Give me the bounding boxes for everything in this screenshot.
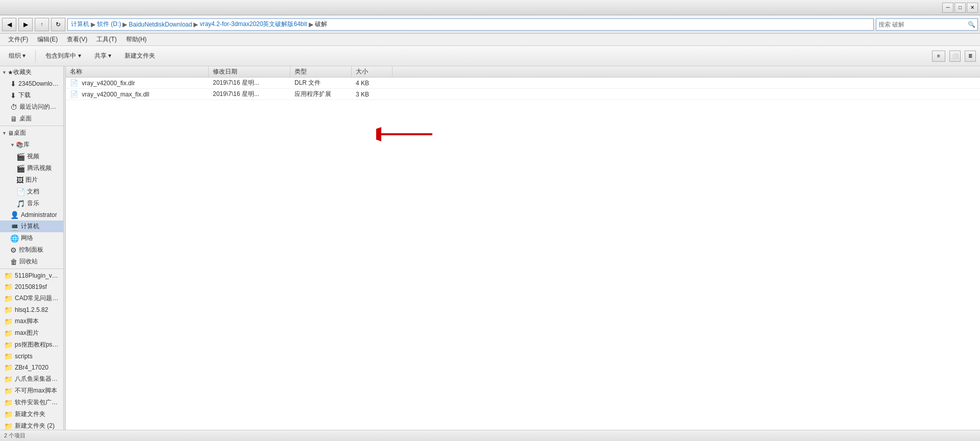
2345-icon: ⬇: [10, 80, 16, 88]
sidebar-item-download[interactable]: ⬇ 下载: [0, 89, 63, 101]
sidebar-item-favorites[interactable]: ▼ ★ 收藏夹: [0, 66, 63, 78]
sidebar-item-administrator[interactable]: 👤 Administrator: [0, 209, 63, 220]
video-icon: 🎬: [16, 153, 25, 161]
library-label: 库: [23, 140, 30, 149]
sidebar-item-bazhanyu[interactable]: 📁 八爪鱼采集器V7...: [0, 373, 63, 385]
folder-icon-invalid: 📁: [4, 387, 13, 395]
menu-view[interactable]: 查看(V): [63, 34, 91, 45]
recycle-label: 回收站: [19, 257, 38, 266]
menu-help[interactable]: 帮助(H): [122, 34, 151, 45]
path-part-baidu[interactable]: BaiduNetdiskDownload: [129, 21, 192, 28]
sidebar-item-software-pkg[interactable]: 📁 软件安装包广告(...: [0, 397, 63, 408]
invalid-script-label: 不可用max脚本: [15, 386, 57, 395]
sidebar-item-cad[interactable]: 📁 CAD常见问题广片...: [0, 292, 63, 304]
sidebar-item-max-image[interactable]: 📁 max图片: [0, 327, 63, 339]
path-part-computer[interactable]: 计算机: [71, 20, 89, 29]
up-button[interactable]: ↑: [35, 18, 49, 31]
minimize-button[interactable]: ─: [942, 3, 953, 13]
preview-button[interactable]: ⬜: [949, 51, 961, 62]
sidebar-item-scripts[interactable]: 📁 scripts: [0, 351, 63, 362]
folder-icon-max-script: 📁: [4, 317, 13, 326]
address-path[interactable]: 计算机 ▶ 软件 (D:) ▶ BaiduNetdiskDownload ▶ v…: [67, 18, 874, 31]
menu-edit[interactable]: 编辑(E): [33, 34, 62, 45]
menu-bar: 文件(F) 编辑(E) 查看(V) 工具(T) 帮助(H): [0, 34, 980, 46]
path-part-vray[interactable]: vray4.2-for-3dmax2020英文破解版64bit: [200, 20, 307, 29]
sidebar-item-pictures[interactable]: 🖼 图片: [0, 174, 63, 186]
expand-arrow-desktop: ▼: [2, 131, 7, 136]
organize-label: 组织 ▾: [9, 52, 26, 60]
close-button[interactable]: ✕: [967, 3, 978, 13]
organize-button[interactable]: 组织 ▾: [4, 49, 30, 63]
sidebar-item-zbr4[interactable]: 📁 ZBr4_17020: [0, 362, 63, 373]
path-part-drive[interactable]: 软件 (D:): [97, 20, 121, 29]
sidebar-item-new-folder-2[interactable]: 📁 新建文件夹 (2): [0, 420, 63, 430]
sidebar-item-2345[interactable]: ⬇ 2345Download...: [0, 78, 63, 89]
forward-button[interactable]: ▶: [18, 18, 33, 31]
details-button[interactable]: ≣: [965, 51, 976, 62]
sidebar-item-recycle[interactable]: 🗑 回收站: [0, 256, 63, 267]
sidebar-item-desktop[interactable]: ▼ 🖥 桌面: [0, 127, 63, 139]
desktop-icon: 🖥: [8, 130, 14, 137]
folder-icon-scripts: 📁: [4, 352, 13, 360]
favorites-icon: ★: [8, 69, 13, 76]
file-area: 名称 修改日期 类型 大小 📄 vray_v42000_fix.dlr 2019…: [66, 66, 980, 430]
sidebar-item-20150819sf[interactable]: 📁 20150819sf: [0, 281, 63, 292]
sidebar-item-library[interactable]: ▼ 📚 库: [0, 139, 63, 151]
back-button[interactable]: ◀: [2, 18, 16, 31]
share-button[interactable]: 共享 ▾: [90, 49, 116, 63]
cad-label: CAD常见问题广片...: [15, 294, 61, 303]
sidebar-item-tencent-video[interactable]: 🎬 腾讯视频: [0, 162, 63, 174]
music-icon: 🎵: [16, 200, 25, 208]
col-header-date[interactable]: 修改日期: [209, 66, 290, 77]
sidebar-item-invalid-script[interactable]: 📁 不可用max脚本: [0, 385, 63, 397]
folder-icon-20150819sf: 📁: [4, 283, 13, 291]
file-list: 📄 vray_v42000_fix.dlr 2019\7\16 星明... DL…: [66, 78, 980, 430]
sidebar-item-controlpanel[interactable]: ⚙ 控制面板: [0, 244, 63, 256]
search-box[interactable]: 🔍: [876, 18, 978, 31]
sidebar-item-hlsq[interactable]: 📁 hlsq1.2.5.82: [0, 304, 63, 315]
pictures-icon: 🖼: [16, 176, 23, 184]
col-header-size[interactable]: 大小: [352, 66, 393, 77]
software-pkg-label: 软件安装包广告(...: [15, 398, 61, 407]
expand-arrow-favorites: ▼: [2, 70, 7, 75]
sidebar-item-music[interactable]: 🎵 音乐: [0, 198, 63, 209]
toolbar: 组织 ▾ 包含到库中 ▾ 共享 ▾ 新建文件夹 ≡ ⬜ ≣: [0, 46, 980, 66]
menu-tools[interactable]: 工具(T): [92, 34, 120, 45]
network-label: 网络: [21, 234, 33, 242]
download-label: 下载: [18, 91, 31, 100]
sidebar-item-ps[interactable]: 📁 ps抠图教程ps抠...: [0, 339, 63, 351]
new-folder-button[interactable]: 新建文件夹: [120, 49, 160, 63]
max-script-label: max脚本: [15, 317, 39, 326]
refresh-button[interactable]: ↻: [51, 18, 65, 31]
sidebar-item-recent[interactable]: ⏱ 最近访问的位置: [0, 101, 63, 113]
file-type-1: DLR 文件: [290, 78, 352, 88]
col-header-name[interactable]: 名称: [66, 66, 209, 77]
table-row[interactable]: 📄 vray_v42000_max_fix.dll 2019\7\16 星明..…: [66, 89, 980, 100]
share-label: 共享 ▾: [94, 52, 111, 60]
sidebar-item-network[interactable]: 🌐 网络: [0, 232, 63, 244]
sidebar-item-documents[interactable]: 📄 文档: [0, 186, 63, 198]
title-bar: ─ □ ✕: [0, 0, 980, 15]
sidebar-item-computer[interactable]: 💻 计算机: [0, 220, 63, 232]
status-item-count: 2 个项目: [4, 432, 26, 439]
sidebar-item-new-folder[interactable]: 📁 新建文件夹: [0, 408, 63, 420]
sidebar: ▼ ★ 收藏夹 ⬇ 2345Download... ⬇ 下载 ⏱ 最近访问的位置…: [0, 66, 64, 430]
2345-label: 2345Download...: [18, 80, 61, 87]
file-date-1: 2019\7\16 星明...: [209, 78, 290, 88]
window-controls: ─ □ ✕: [942, 3, 978, 13]
maximize-button[interactable]: □: [954, 3, 966, 13]
folder-icon-5118: 📁: [4, 272, 13, 280]
sidebar-item-desktop-fav[interactable]: 🖥 桌面: [0, 113, 63, 125]
search-input[interactable]: [878, 21, 968, 28]
view-toggle-button[interactable]: ≡: [932, 51, 945, 62]
sidebar-item-5118plugin[interactable]: 📁 5118Plugin_v2.0...: [0, 270, 63, 281]
sidebar-item-video[interactable]: 🎬 视频: [0, 151, 63, 162]
status-bar: 2 个项目: [0, 430, 980, 441]
include-library-button[interactable]: 包含到库中 ▾: [41, 49, 85, 63]
sidebar-item-max-script[interactable]: 📁 max脚本: [0, 315, 63, 327]
file-column-headers: 名称 修改日期 类型 大小: [66, 66, 980, 78]
col-header-type[interactable]: 类型: [290, 66, 352, 77]
table-row[interactable]: 📄 vray_v42000_fix.dlr 2019\7\16 星明... DL…: [66, 78, 980, 89]
library-icon: 📚: [16, 141, 23, 149]
menu-file[interactable]: 文件(F): [4, 34, 32, 45]
